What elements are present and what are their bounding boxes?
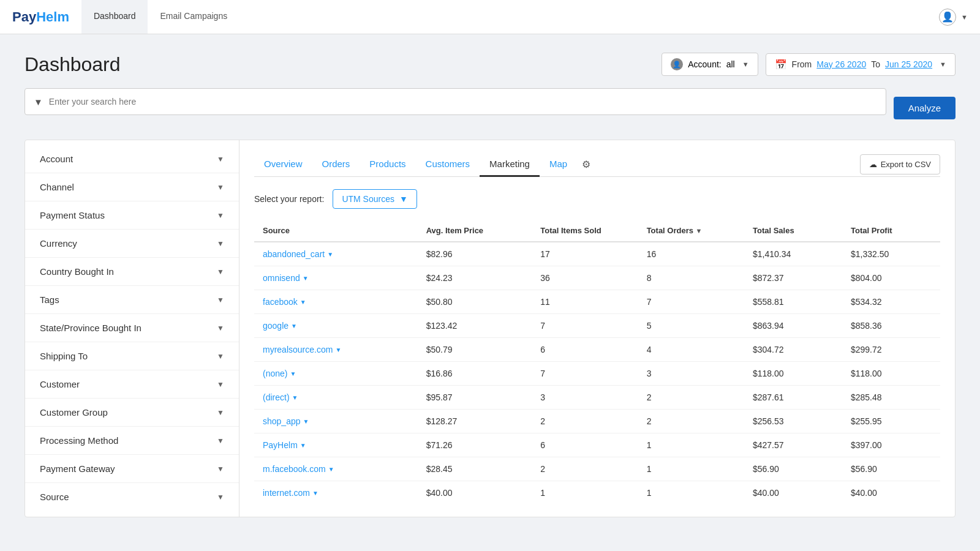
sidebar-chevron-icon: ▼ bbox=[217, 324, 224, 332]
sidebar-item-payment-status[interactable]: Payment Status ▼ bbox=[25, 201, 239, 230]
table-row: shop_app ▼ $128.27 2 2 $256.53 $255.95 bbox=[254, 410, 940, 433]
search-bar: ▼ bbox=[24, 88, 886, 115]
table-row: (none) ▼ $16.86 7 3 $118.00 $118.00 bbox=[254, 362, 940, 386]
cell-items-sold: 17 bbox=[532, 242, 638, 266]
export-csv-button[interactable]: ☁ Export to CSV bbox=[860, 154, 940, 174]
cell-avg-price: $123.42 bbox=[418, 314, 532, 338]
tab-map[interactable]: Map bbox=[540, 152, 577, 177]
source-link[interactable]: myrealsource.com ▼ bbox=[263, 345, 409, 354]
source-filter-icon[interactable]: ▼ bbox=[300, 299, 306, 305]
source-link[interactable]: (none) ▼ bbox=[263, 369, 409, 378]
sidebar-item-tags[interactable]: Tags ▼ bbox=[25, 286, 239, 314]
date-chevron-icon: ▼ bbox=[940, 61, 946, 68]
sidebar-chevron-icon: ▼ bbox=[217, 155, 224, 163]
cell-total-profit: $534.32 bbox=[842, 290, 940, 314]
tab-orders[interactable]: Orders bbox=[312, 152, 360, 177]
cell-total-profit: $56.90 bbox=[842, 457, 940, 481]
col-header-avg-price: Avg. Item Price bbox=[418, 220, 532, 242]
cell-total-profit: $285.48 bbox=[842, 386, 940, 410]
source-filter-icon[interactable]: ▼ bbox=[303, 275, 309, 282]
sidebar-item-state-province[interactable]: State/Province Bought In ▼ bbox=[25, 314, 239, 342]
account-icon: 👤 bbox=[671, 58, 683, 70]
table-row: (direct) ▼ $95.87 3 2 $287.61 $285.48 bbox=[254, 386, 940, 410]
date-to-label: To bbox=[871, 59, 880, 69]
source-link[interactable]: omnisend ▼ bbox=[263, 273, 409, 283]
cell-source: PayHelm ▼ bbox=[254, 433, 418, 457]
source-link[interactable]: PayHelm ▼ bbox=[263, 440, 409, 450]
source-filter-icon[interactable]: ▼ bbox=[291, 323, 297, 329]
report-type-selector[interactable]: UTM Sources ▼ bbox=[333, 189, 417, 209]
source-link[interactable]: google ▼ bbox=[263, 321, 409, 331]
top-nav: PayHelm Dashboard Email Campaigns 👤 ▼ bbox=[0, 0, 980, 34]
source-filter-icon[interactable]: ▼ bbox=[335, 347, 341, 353]
cell-total-sales: $256.53 bbox=[744, 410, 842, 433]
account-value: all bbox=[726, 59, 735, 69]
source-link[interactable]: abandoned_cart ▼ bbox=[263, 249, 409, 259]
source-link[interactable]: (direct) ▼ bbox=[263, 392, 409, 402]
cell-items-sold: 6 bbox=[532, 338, 638, 362]
main-layout: Account ▼ Channel ▼ Payment Status ▼ Cur… bbox=[24, 140, 956, 517]
cell-avg-price: $128.27 bbox=[418, 410, 532, 433]
sidebar-item-country-bought[interactable]: Country Bought In ▼ bbox=[25, 258, 239, 286]
sidebar: Account ▼ Channel ▼ Payment Status ▼ Cur… bbox=[25, 140, 239, 517]
account-selector[interactable]: 👤 Account: all ▼ bbox=[662, 53, 758, 76]
tab-overview[interactable]: Overview bbox=[254, 152, 312, 177]
source-filter-icon[interactable]: ▼ bbox=[300, 442, 306, 449]
tab-marketing[interactable]: Marketing bbox=[480, 152, 540, 177]
cell-source: myrealsource.com ▼ bbox=[254, 338, 418, 362]
nav-tab-email-campaigns[interactable]: Email Campaigns bbox=[148, 0, 239, 34]
sidebar-item-label: Payment Status bbox=[40, 210, 105, 220]
tab-products[interactable]: Products bbox=[360, 152, 415, 177]
sidebar-item-account[interactable]: Account ▼ bbox=[25, 145, 239, 173]
analyze-button[interactable]: Analyze bbox=[894, 97, 956, 119]
nav-user[interactable]: 👤 ▼ bbox=[939, 9, 968, 26]
sidebar-item-customer-group[interactable]: Customer Group ▼ bbox=[25, 399, 239, 427]
sidebar-item-currency[interactable]: Currency ▼ bbox=[25, 230, 239, 258]
cell-total-profit: $255.95 bbox=[842, 410, 940, 433]
source-link[interactable]: shop_app ▼ bbox=[263, 416, 409, 426]
source-link[interactable]: m.facebook.com ▼ bbox=[263, 464, 409, 474]
cell-total-sales: $40.00 bbox=[744, 481, 842, 505]
logo-helm: Helm bbox=[36, 9, 69, 24]
sidebar-chevron-icon: ▼ bbox=[217, 239, 224, 248]
cell-total-profit: $804.00 bbox=[842, 266, 940, 290]
source-link[interactable]: facebook ▼ bbox=[263, 297, 409, 307]
cell-source: abandoned_cart ▼ bbox=[254, 242, 418, 266]
source-filter-icon[interactable]: ▼ bbox=[292, 394, 298, 401]
source-filter-icon[interactable]: ▼ bbox=[312, 490, 318, 497]
cell-source: (none) ▼ bbox=[254, 362, 418, 386]
source-filter-icon[interactable]: ▼ bbox=[327, 251, 333, 258]
source-filter-icon[interactable]: ▼ bbox=[328, 466, 334, 473]
sidebar-item-processing-method[interactable]: Processing Method ▼ bbox=[25, 427, 239, 455]
source-link[interactable]: internet.com ▼ bbox=[263, 488, 409, 498]
sidebar-item-payment-gateway[interactable]: Payment Gateway ▼ bbox=[25, 455, 239, 483]
cell-total-profit: $858.36 bbox=[842, 314, 940, 338]
sidebar-item-label: Payment Gateway bbox=[40, 463, 115, 474]
search-input[interactable] bbox=[49, 97, 877, 107]
col-header-total-orders[interactable]: Total Orders ▼ bbox=[638, 220, 744, 242]
tab-customers[interactable]: Customers bbox=[416, 152, 480, 177]
cell-source: m.facebook.com ▼ bbox=[254, 457, 418, 481]
cell-source: shop_app ▼ bbox=[254, 410, 418, 433]
cell-total-orders: 1 bbox=[638, 481, 744, 505]
source-filter-icon[interactable]: ▼ bbox=[303, 418, 309, 425]
sidebar-item-label: Customer Group bbox=[40, 407, 108, 418]
source-filter-icon[interactable]: ▼ bbox=[290, 370, 296, 377]
cell-total-orders: 2 bbox=[638, 410, 744, 433]
sidebar-item-customer[interactable]: Customer ▼ bbox=[25, 370, 239, 399]
sidebar-item-shipping-to[interactable]: Shipping To ▼ bbox=[25, 342, 239, 370]
sidebar-item-label: Account bbox=[40, 154, 73, 164]
date-range-selector[interactable]: 📅 From May 26 2020 To Jun 25 2020 ▼ bbox=[766, 53, 956, 76]
sidebar-chevron-icon: ▼ bbox=[217, 296, 224, 304]
sidebar-item-channel[interactable]: Channel ▼ bbox=[25, 173, 239, 201]
nav-tab-dashboard[interactable]: Dashboard bbox=[81, 0, 148, 34]
export-icon: ☁ bbox=[869, 160, 877, 169]
cell-total-orders: 8 bbox=[638, 266, 744, 290]
date-to: Jun 25 2020 bbox=[885, 59, 932, 69]
tabs-row: Overview Orders Products Customers Marke… bbox=[254, 152, 940, 177]
settings-icon[interactable]: ⚙ bbox=[577, 154, 595, 175]
cell-total-sales: $287.61 bbox=[744, 386, 842, 410]
cell-items-sold: 1 bbox=[532, 481, 638, 505]
data-table: Source Avg. Item Price Total Items Sold … bbox=[254, 220, 940, 504]
sidebar-item-source[interactable]: Source ▼ bbox=[25, 483, 239, 511]
